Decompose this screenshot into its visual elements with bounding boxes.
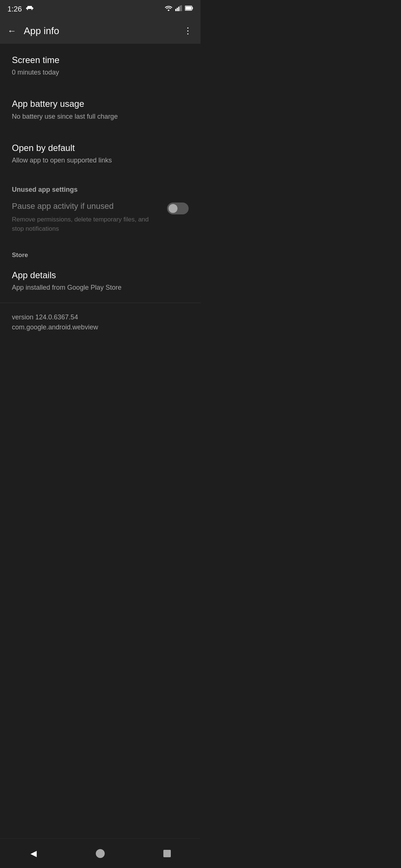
svg-rect-4	[181, 5, 182, 11]
package-text: com.google.android.webview	[12, 323, 189, 331]
svg-rect-1	[177, 8, 178, 11]
version-section: version 124.0.6367.54 com.google.android…	[0, 303, 200, 342]
toggle-knob	[169, 204, 177, 213]
signal-icon	[175, 5, 182, 13]
app-details-item[interactable]: App details App installed from Google Pl…	[0, 259, 200, 303]
open-by-default-title: Open by default	[12, 142, 189, 154]
pause-app-subtitle: Remove permissions, delete temporary fil…	[12, 215, 160, 234]
svg-rect-3	[180, 6, 181, 11]
app-details-title: App details	[12, 269, 189, 281]
more-options-button[interactable]: ⋮	[183, 26, 193, 36]
page-title: App info	[24, 25, 59, 37]
screen-time-item[interactable]: Screen time 0 minutes today	[0, 44, 200, 88]
unused-app-settings-section: Unused app settings Pause app activity i…	[0, 175, 200, 244]
svg-rect-0	[175, 9, 176, 11]
toolbar-left: ← App info	[7, 25, 59, 37]
wifi-icon	[165, 5, 172, 13]
open-by-default-subtitle: Allow app to open supported links	[12, 156, 189, 165]
app-details-subtitle: App installed from Google Play Store	[12, 283, 189, 292]
battery-icon	[185, 6, 193, 12]
store-section-label: Store	[0, 244, 200, 259]
pause-app-text: Pause app activity if unused Remove perm…	[12, 201, 160, 234]
version-text: version 124.0.6367.54	[12, 313, 189, 321]
toolbar: ← App info ⋮	[0, 18, 200, 44]
open-by-default-item[interactable]: Open by default Allow app to open suppor…	[0, 132, 200, 175]
svg-rect-2	[178, 7, 179, 11]
pause-app-title: Pause app activity if unused	[12, 201, 160, 212]
svg-rect-6	[192, 7, 193, 9]
status-bar-right	[165, 5, 193, 13]
app-battery-title: App battery usage	[12, 98, 189, 109]
car-icon	[26, 5, 34, 13]
status-time: 1:26	[7, 5, 22, 13]
pause-app-toggle[interactable]	[167, 203, 189, 214]
status-bar: 1:26	[0, 0, 200, 18]
back-button[interactable]: ←	[7, 26, 16, 36]
content-area: Screen time 0 minutes today App battery …	[0, 44, 200, 342]
screen-time-subtitle: 0 minutes today	[12, 68, 189, 77]
app-battery-subtitle: No battery use since last full charge	[12, 112, 189, 121]
app-battery-item[interactable]: App battery usage No battery use since l…	[0, 88, 200, 131]
pause-app-activity-row[interactable]: Pause app activity if unused Remove perm…	[12, 201, 189, 234]
screen-time-title: Screen time	[12, 54, 189, 66]
status-bar-left: 1:26	[7, 5, 34, 13]
unused-settings-label: Unused app settings	[12, 186, 189, 194]
svg-rect-7	[186, 7, 192, 10]
